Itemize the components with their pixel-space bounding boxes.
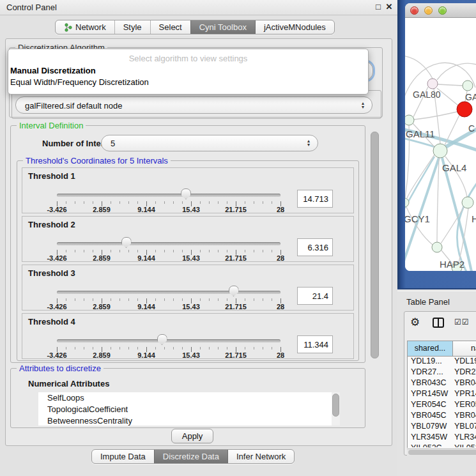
network-edge <box>407 155 434 198</box>
minimize-traffic-light-icon[interactable] <box>424 6 433 15</box>
tab-impute-data[interactable]: Impute Data <box>92 450 154 463</box>
tab-jactivemnodules[interactable]: jActiveMNodules <box>255 20 334 34</box>
table-row[interactable]: YBR043CYBR043C <box>408 378 476 389</box>
tick-label: 15.43 <box>182 254 200 262</box>
zoom-traffic-light-icon[interactable] <box>438 6 447 15</box>
table-row[interactable]: YER054CYER054C <box>408 400 476 411</box>
table-cell[interactable]: YDR27... <box>453 367 476 376</box>
table-cell[interactable]: YER054C <box>453 400 476 409</box>
table-row[interactable]: YLR345WYLR345W <box>408 433 476 443</box>
attribute-item[interactable]: SelfLoops <box>38 392 340 404</box>
table-row[interactable]: YIL052CYIL052C <box>408 443 476 447</box>
table-cell[interactable]: YIL052C <box>453 443 476 447</box>
table-row[interactable]: YBR045CYBR045C <box>408 411 476 422</box>
tick-labels: -3.426 2.859 9.144 15.43 21.715 28 <box>57 303 280 311</box>
threshold-handle[interactable] <box>229 286 239 296</box>
attribute-item[interactable]: BetweennessCentrality <box>38 415 340 426</box>
tab-discretize-data-label: Discretize Data <box>163 452 219 461</box>
table-hscrollbar-track[interactable] <box>407 449 476 456</box>
threshold-handle[interactable] <box>157 334 167 345</box>
network-canvas[interactable]: GAL80GACGAL11GAL4GCY1HHAP2 <box>405 19 476 271</box>
tab-network[interactable]: Network <box>56 20 114 34</box>
table-data-combo[interactable]: galFiltered.sif default node ▴▾ <box>15 96 372 114</box>
table-cell[interactable]: YBR045C <box>453 411 476 420</box>
threshold-handle[interactable] <box>181 188 191 199</box>
algorithm-option-manual[interactable]: Manual Discretization <box>10 66 366 75</box>
table-cell[interactable]: YBL079W <box>453 422 476 431</box>
settings-gear-icon[interactable]: ⚙ <box>410 316 420 329</box>
float-window-icon[interactable]: □ <box>373 2 383 12</box>
threshold-value[interactable]: 6.316 <box>297 238 333 256</box>
number-of-intervals-combo[interactable]: 5 ▴▾ <box>101 135 318 151</box>
network-HAP2-node[interactable] <box>432 242 442 252</box>
network-GA-node[interactable] <box>463 81 473 91</box>
node-label: GCY1 <box>405 213 430 224</box>
table-row[interactable]: YBL079WYBL079W <box>408 422 476 433</box>
attributes-scrollbar-thumb[interactable] <box>332 394 339 417</box>
table-row[interactable]: YDL19...YDL19... <box>408 357 476 367</box>
node-label: GA <box>465 92 476 102</box>
desktop-background: GAL80GACGAL11GAL4GCY1HHAP2 <box>397 0 476 289</box>
network-GAL80-node[interactable] <box>427 79 438 89</box>
network-GAL4-node[interactable] <box>433 144 447 158</box>
table-cell[interactable]: YDL19... <box>408 357 453 365</box>
threshold-value[interactable]: 11.344 <box>297 335 333 353</box>
tab-cyni-toolbox[interactable]: Cyni Toolbox <box>190 20 255 34</box>
table-cell[interactable]: YBR043C <box>408 378 453 387</box>
network-H-node[interactable] <box>462 197 473 208</box>
table-row[interactable]: YDR27...YDR27... <box>408 367 476 378</box>
network-GCY1-node[interactable] <box>405 198 409 207</box>
tab-style[interactable]: Style <box>114 20 150 34</box>
table-row[interactable]: YPR145WYPR145W <box>408 389 476 400</box>
tick-label: 21.715 <box>225 351 247 359</box>
split-columns-icon[interactable] <box>433 318 444 328</box>
column-header-shared-name[interactable]: shared... <box>408 341 453 357</box>
close-traffic-light-icon[interactable] <box>410 6 418 15</box>
table-cell[interactable]: YDL19... <box>453 357 476 365</box>
numerical-attributes-list[interactable]: SelfLoopsTopologicalCoefficientBetweenne… <box>38 392 340 426</box>
threshold-row: Threshold 1 -3.426 2.859 9.144 15.43 21.… <box>22 167 354 213</box>
network-GAL11-node[interactable] <box>405 115 414 125</box>
tick-label: 28 <box>277 303 284 311</box>
tab-select[interactable]: Select <box>150 20 190 34</box>
table-rows: YDL19...YDL19...YDR27...YDR27...YBR043CY… <box>408 357 476 447</box>
table-cell[interactable]: YLR345W <box>408 433 453 441</box>
column-header-name[interactable]: name <box>453 341 476 357</box>
network-edge <box>414 112 457 119</box>
table-cell[interactable]: YBR045C <box>408 411 453 420</box>
tab-discretize-data[interactable]: Discretize Data <box>154 450 227 463</box>
algorithm-option-equal-width[interactable]: Equal Width/Frequency Discretization <box>10 77 366 87</box>
apply-button[interactable]: Apply <box>171 429 213 443</box>
node-label: GAL80 <box>413 89 441 100</box>
threshold-row: Threshold 3 -3.426 2.859 9.144 15.43 21.… <box>22 265 354 311</box>
tab-cyni-toolbox-label: Cyni Toolbox <box>199 22 247 32</box>
table-cell[interactable]: YER054C <box>408 400 453 409</box>
threshold-value[interactable]: 14.713 <box>297 190 333 208</box>
screen: Control Panel □ ✕ Network Style Select <box>0 0 476 476</box>
table-cell[interactable]: YPR145W <box>453 389 476 398</box>
control-panel-titlebar: Control Panel □ ✕ <box>0 0 397 15</box>
panel-scrollbar-thumb[interactable] <box>371 132 379 358</box>
table-cell[interactable]: YPR145W <box>408 389 453 398</box>
node-label: GAL4 <box>442 162 466 173</box>
threshold-value[interactable]: 21.4 <box>297 287 333 305</box>
table-cell[interactable]: YIL052C <box>408 443 453 447</box>
attribute-item[interactable]: TopologicalCoefficient <box>38 404 340 415</box>
table-cell[interactable]: YBR043C <box>453 378 476 387</box>
table-cell[interactable]: YDR27... <box>408 367 453 376</box>
tab-style-label: Style <box>123 22 142 32</box>
table-cell[interactable]: YBL079W <box>408 422 453 431</box>
network-window-titlebar[interactable] <box>405 3 476 18</box>
tab-infer-network[interactable]: Infer Network <box>227 450 294 463</box>
tab-impute-data-label: Impute Data <box>100 452 146 461</box>
table-hscrollbar-thumb[interactable] <box>408 450 476 455</box>
threshold-label: Threshold 1 <box>28 171 75 181</box>
network-edge <box>442 158 472 271</box>
table-cell[interactable]: YLR345W <box>453 433 476 441</box>
network-red-node[interactable] <box>457 102 472 117</box>
tick-label: 15.43 <box>182 351 200 359</box>
close-window-icon[interactable]: ✕ <box>384 2 394 12</box>
threshold-handle[interactable] <box>121 237 132 248</box>
checkbox-icons[interactable]: ☑☑ <box>454 318 470 326</box>
tick-label: 2.859 <box>93 254 111 262</box>
